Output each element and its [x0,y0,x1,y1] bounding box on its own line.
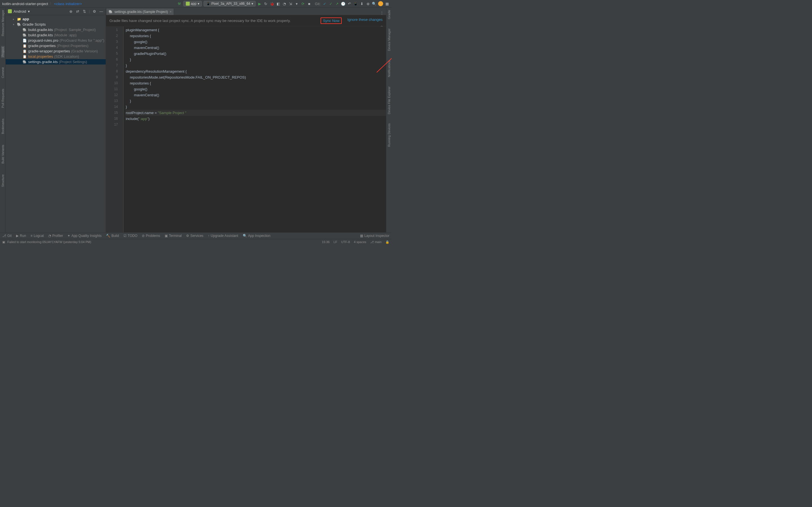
bookmarks-tab[interactable]: Bookmarks [1,117,4,135]
problems-tool[interactable]: ⊘Problems [142,234,160,238]
stop-icon[interactable]: ■ [307,1,312,6]
hammer-icon[interactable]: ⚒ [177,1,182,6]
run-icon[interactable]: ▶ [257,1,262,6]
tree-file-settings-gradle[interactable]: 🐘 settings.gradle.kts (Project Settings) [6,59,106,64]
gradle-tab[interactable]: Gradle [388,9,391,20]
hide-icon[interactable]: — [99,9,103,13]
upgrade-icon: ↑ [208,234,209,238]
build-tool[interactable]: 🔨Build [106,234,119,238]
properties-icon: 📋 [22,55,27,59]
run-config-selector[interactable]: app ▾ [183,1,202,6]
profiler-tool[interactable]: ◔Profiler [48,234,63,238]
editor-area: 🐘 settings.gradle.kts (Sample Project) ×… [106,8,386,233]
collapse-icon[interactable]: ⇅ [82,9,87,13]
notifications-tab[interactable]: Notifications [388,59,391,78]
debug-icon[interactable]: 🐞 [270,1,274,6]
profile-icon[interactable]: ◔ [282,1,287,6]
app-inspection-tool[interactable]: 🔍App Inspection [243,234,270,238]
collapse-arrow-icon[interactable]: ▾ [13,23,16,26]
resource-manager-tab[interactable]: Resource Manager [1,9,4,38]
gear-icon[interactable]: ⚙ [92,9,97,13]
app-quality-tool[interactable]: ✦App Quality Insights [67,234,101,238]
device-label: Pixel_3a_API_33_x86_64 [211,2,250,6]
tree-file-local-properties[interactable]: 📋 local.properties (SDK Location) [6,54,106,59]
editor-tab-settings-gradle[interactable]: 🐘 settings.gradle.kts (Sample Project) × [106,8,174,15]
breadcrumb-project[interactable]: kotlin-android-starter-project [2,2,48,6]
account-icon[interactable]: ▦ [385,1,389,6]
tree-filename: build.gradle.kts [28,33,53,37]
tree-file-build-gradle-module[interactable]: 🐘 build.gradle.kts (Module :app) [6,33,106,38]
file-encoding[interactable]: UTF-8 [341,240,350,244]
chevron-down-icon: ▾ [198,2,199,6]
close-tab-icon[interactable]: × [169,10,171,14]
pull-requests-tab[interactable]: Pull Requests [1,88,4,109]
more-run-icon[interactable]: ▾ [295,1,299,6]
rollback-icon[interactable]: ↶ [347,1,352,6]
git-push-icon[interactable]: ↗ [335,1,339,6]
git-update-icon[interactable]: ✓ [322,1,327,6]
gradle-file-icon: 🐘 [22,28,27,32]
gradle-sync-notification: Gradle files have changed since last pro… [106,15,386,26]
structure-tab[interactable]: Structure [1,173,4,188]
device-selector[interactable]: 📱 Pixel_3a_API_33_x86_64 ▾ [204,1,256,6]
sync-icon[interactable]: ⟳ [301,1,305,6]
user-avatar[interactable] [378,1,383,6]
window-icon[interactable]: ▣ [2,240,5,244]
quality-icon: ✦ [67,234,70,238]
tree-gradle-scripts[interactable]: ▾ 🐘 Gradle Scripts [6,22,106,27]
build-variants-tab[interactable]: Build Variants [1,144,4,165]
git-tool[interactable]: ⎇Git [2,234,11,238]
tree-file-proguard[interactable]: 📄 proguard-rules.pro (ProGuard Rules for… [6,38,106,43]
breadcrumb: kotlin-android-starter-project 〉 <class … [2,1,82,6]
help-icon[interactable]: ⊕ [366,1,370,6]
gradle-file-icon: 🐘 [22,33,27,37]
run-tool[interactable]: ▶Run [16,234,26,238]
ignore-changes-link[interactable]: Ignore these changes [347,17,383,24]
project-view-label: Android [13,9,26,13]
line-number: 11 [106,86,118,92]
device-file-explorer-tab[interactable]: Device File Explorer [388,86,391,115]
line-separator[interactable]: LF [334,240,337,244]
tree-filename: build.gradle.kts [28,27,53,32]
breadcrumb-context[interactable]: <class initializer> [54,2,82,6]
history-icon[interactable]: 🕐 [341,1,345,6]
tree-file-gradle-properties[interactable]: 📋 gradle.properties (Project Properties) [6,43,106,48]
upgrade-assistant-tool[interactable]: ↑Upgrade Assistant [208,234,238,238]
device-manager-tab[interactable]: Device Manager [388,27,391,52]
tree-file-build-gradle-project[interactable]: 🐘 build.gradle.kts (Project: Sample_Proj… [6,27,106,33]
todo-tool[interactable]: ☑TODO [123,234,137,238]
commit-tab[interactable]: Commit [1,66,4,79]
logcat-tool[interactable]: ≡Logcat [31,234,44,238]
editor-tabs-menu-icon[interactable]: ⋮ [378,11,386,15]
branch-icon: ⎇ [2,234,6,238]
code-editor[interactable]: 1 2 3 4 5 6 7 8 9 10 11 12 13 14 15 16 1… [106,26,386,233]
android-icon [186,2,190,6]
coverage-icon[interactable]: ◧ [276,1,281,6]
tree-app-module[interactable]: ▸ 📁 app [6,16,106,22]
project-tab[interactable]: Project [1,46,4,58]
tree-desc: (Project Properties) [57,44,89,48]
git-branch[interactable]: ⎇ main [370,240,382,244]
attach-debugger-icon[interactable]: ⇲ [289,1,293,6]
indent-setting[interactable]: 4 spaces [354,240,366,244]
sdk-icon[interactable]: ⬇ [359,1,364,6]
avd-icon[interactable]: 📱 [353,1,358,6]
expand-icon[interactable]: ⇄ [75,9,80,13]
code-content[interactable]: pluginManagement { repositories { google… [123,26,386,233]
rerun-icon[interactable]: ↻ [264,1,268,6]
running-devices-tab[interactable]: Running Devices [388,122,391,148]
cursor-position[interactable]: 15:36 [322,240,330,244]
layout-inspector-tool[interactable]: ▦Layout Inspector [360,234,389,238]
sync-now-link[interactable]: Sync Now [320,17,342,24]
line-number: 9 [106,74,118,80]
lock-icon[interactable]: 🔒 [386,240,389,244]
target-icon[interactable]: ⊕ [69,9,73,13]
fold-gutter[interactable] [120,26,123,233]
expand-arrow-icon[interactable]: ▸ [13,18,16,20]
terminal-tool[interactable]: ▣Terminal [165,234,182,238]
project-view-selector[interactable]: Android ▾ [8,9,30,13]
git-commit-icon[interactable]: ✓ [328,1,333,6]
tree-file-gradle-wrapper[interactable]: 📋 gradle-wrapper.properties (Gradle Vers… [6,48,106,54]
search-icon[interactable]: 🔍 [372,1,376,6]
services-tool[interactable]: ⚙Services [186,234,203,238]
